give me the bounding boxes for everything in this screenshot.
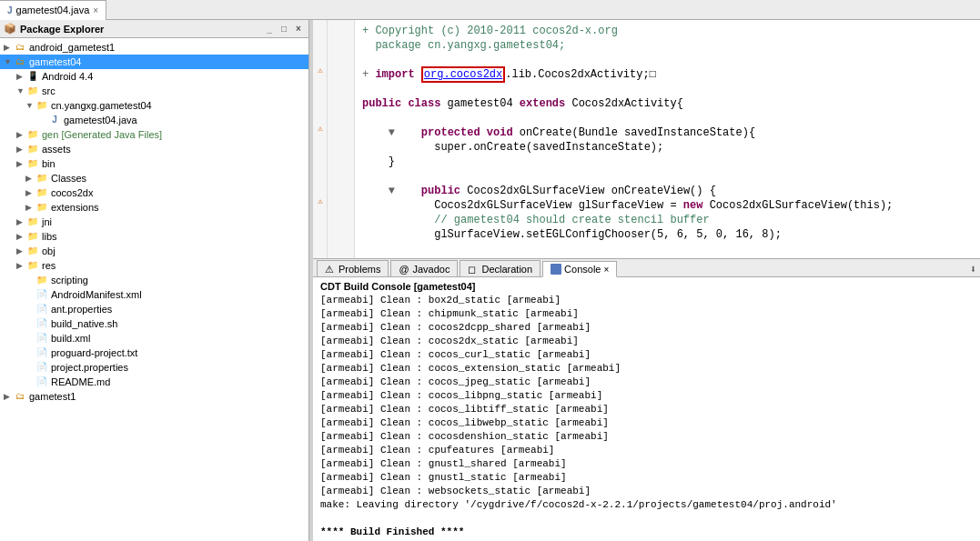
- maximize-panel-button[interactable]: □: [278, 23, 290, 35]
- file-tab-close[interactable]: ×: [93, 5, 98, 15]
- line-number-7: [331, 125, 350, 140]
- tree-arrow-gametest04: ▼: [4, 57, 13, 66]
- tree-label-obj: obj: [42, 245, 56, 256]
- gutter-cell-3: ⚠: [313, 64, 328, 78]
- package-explorer-tree[interactable]: ▶🗂android_gametest1▼🗂gametest04▶📱Android…: [0, 38, 308, 541]
- code-line-12: Cocos2dxGLSurfaceView glSurfaceView = ne…: [362, 198, 973, 213]
- tree-icon-extensions: 📁: [35, 201, 49, 214]
- tree-item-src[interactable]: ▼📁src: [0, 84, 308, 98]
- console-line-11: [armeabi] Clean : cpufeatures [armeabi]: [320, 444, 973, 457]
- tree-item-build_native[interactable]: 📄build_native.sh: [0, 316, 308, 331]
- tree-icon-gen: 📁: [25, 128, 40, 141]
- tree-label-readme: README.md: [51, 376, 110, 387]
- tab-console[interactable]: Console ×: [542, 261, 617, 277]
- tree-item-gametest04_java[interactable]: Jgametest04.java: [0, 113, 308, 127]
- tree-item-extensions[interactable]: ▶📁extensions: [0, 200, 308, 215]
- tree-item-classes[interactable]: ▶📁Classes: [0, 171, 308, 185]
- tree-item-cn_yangxg[interactable]: ▼📁cn.yangxg.gametest04: [0, 98, 308, 113]
- tab-javadoc[interactable]: @Javadoc: [390, 260, 458, 276]
- tree-icon-scripting: 📁: [35, 274, 49, 286]
- tree-item-ant_properties[interactable]: 📄ant.properties: [0, 302, 308, 316]
- code-line-14: glSurfaceView.setEGLConfigChooser(5, 6, …: [362, 227, 973, 242]
- console-line-15: make: Leaving directory '/cygdrive/f/coc…: [320, 498, 973, 512]
- tree-item-res[interactable]: ▶📁res: [0, 258, 308, 273]
- tree-arrow-extensions: ▶: [25, 203, 35, 212]
- tab-icon-javadoc: @: [399, 264, 409, 275]
- line-number-1: [331, 38, 350, 53]
- tab-close-console[interactable]: ×: [603, 265, 609, 275]
- console-line-5: [armeabi] Clean : cocos_extension_static…: [320, 362, 973, 376]
- tree-icon-bin: 📁: [25, 157, 40, 170]
- code-editor-area[interactable]: ⚠ ⚠ ⚠ + Copyright (c) 2010-2011 cocos2d-…: [313, 20, 980, 259]
- console-lines: [armeabi] Clean : box2d_static [armeabi]…: [320, 294, 973, 539]
- code-line-5: public class gametest04 extends Cocos2dx…: [362, 96, 973, 111]
- tree-item-project_properties[interactable]: 📄project.properties: [0, 360, 308, 375]
- console-area[interactable]: CDT Build Console [gametest04] [armeabi]…: [313, 277, 980, 541]
- gutter-cell-14: [313, 224, 328, 238]
- tree-item-android_gametest1[interactable]: ▶🗂android_gametest1: [0, 40, 308, 55]
- tree-arrow-libs: ▶: [16, 232, 25, 241]
- code-horizontal-scrollbar[interactable]: [313, 258, 980, 259]
- tree-item-obj[interactable]: ▶📁obj: [0, 244, 308, 258]
- gutter-cell-1: [313, 35, 328, 49]
- package-explorer-title: Package Explorer: [20, 24, 104, 35]
- console-title: CDT Build Console [gametest04]: [320, 281, 973, 292]
- minimize-panel-button[interactable]: _: [263, 23, 276, 35]
- line-number-3: [331, 67, 350, 82]
- package-explorer-panel: 📦 Package Explorer _ □ × ▶🗂android_gamet…: [0, 20, 309, 541]
- code-line-10: [362, 169, 973, 184]
- line-number-4: [331, 82, 350, 96]
- file-tab-gametest04[interactable]: J gametest04.java ×: [0, 0, 106, 20]
- tree-icon-android44: 📱: [25, 70, 40, 83]
- tree-item-libs[interactable]: ▶📁libs: [0, 229, 308, 244]
- tree-item-bin[interactable]: ▶📁bin: [0, 156, 308, 171]
- tree-item-proguard[interactable]: 📄proguard-project.txt: [0, 346, 308, 360]
- console-line-0: [armeabi] Clean : box2d_static [armeabi]: [320, 294, 973, 307]
- tree-label-project_properties: project.properties: [51, 362, 128, 373]
- tree-item-assets[interactable]: ▶📁assets: [0, 142, 308, 156]
- tab-declaration[interactable]: ◻Declaration: [460, 260, 541, 276]
- tree-icon-proguard: 📄: [35, 346, 49, 359]
- tree-item-scripting[interactable]: 📁scripting: [0, 273, 308, 287]
- tree-label-bin: bin: [42, 158, 56, 169]
- console-line-16: [320, 512, 973, 526]
- tree-arrow-src: ▼: [16, 86, 25, 95]
- line-number-2: [331, 53, 350, 67]
- tree-label-gametest1: gametest1: [29, 391, 76, 402]
- tab-problems[interactable]: ⚠Problems: [317, 260, 389, 276]
- tab-label-problems: Problems: [338, 264, 380, 275]
- tree-icon-ant_properties: 📄: [35, 303, 49, 316]
- tree-icon-res: 📁: [25, 259, 40, 272]
- gutter-cell-0: [313, 20, 328, 35]
- top-tab-bar: J gametest04.java ×: [0, 0, 980, 20]
- tree-item-gametest1[interactable]: ▶🗂gametest1: [0, 389, 308, 404]
- tree-label-src: src: [42, 85, 56, 96]
- tree-item-cocos2dx[interactable]: ▶📁cocos2dx: [0, 185, 308, 200]
- code-line-11: ▼ public Cocos2dxGLSurfaceView onCreateV…: [362, 184, 973, 198]
- tree-item-build_xml[interactable]: 📄build.xml: [0, 331, 308, 346]
- tab-label-declaration: Declaration: [481, 264, 532, 275]
- tab-label-console: Console: [564, 264, 601, 275]
- tree-item-jni[interactable]: ▶📁jni: [0, 215, 308, 229]
- gutter-cell-11: [313, 180, 328, 195]
- line-number-13: [331, 213, 350, 227]
- tree-item-androidmanifest[interactable]: 📄AndroidManifest.xml: [0, 287, 308, 302]
- java-file-icon: J: [7, 5, 13, 15]
- code-line-6: [362, 111, 973, 125]
- main-layout: 📦 Package Explorer _ □ × ▶🗂android_gamet…: [0, 20, 980, 541]
- line-number-6: [331, 111, 350, 125]
- tree-icon-cocos2dx: 📁: [35, 186, 49, 199]
- close-panel-button[interactable]: ×: [292, 23, 305, 35]
- gutter-cell-9: [313, 151, 328, 165]
- tree-arrow-android_gametest1: ▶: [4, 43, 13, 52]
- tree-icon-build_xml: 📄: [35, 332, 49, 345]
- console-line-2: [armeabi] Clean : cocos2dcpp_shared [arm…: [320, 321, 973, 335]
- tree-item-readme[interactable]: 📄README.md: [0, 375, 308, 389]
- tree-icon-classes: 📁: [35, 172, 49, 185]
- tree-icon-cn_yangxg: 📁: [35, 99, 49, 112]
- tree-item-android44[interactable]: ▶📱Android 4.4: [0, 69, 308, 84]
- tree-item-gametest04[interactable]: ▼🗂gametest04: [0, 55, 308, 69]
- package-icon: 📦: [4, 23, 16, 35]
- console-scroll-bottom-button[interactable]: ⬇: [970, 263, 980, 276]
- tree-item-gen[interactable]: ▶📁gen [Generated Java Files]: [0, 127, 308, 142]
